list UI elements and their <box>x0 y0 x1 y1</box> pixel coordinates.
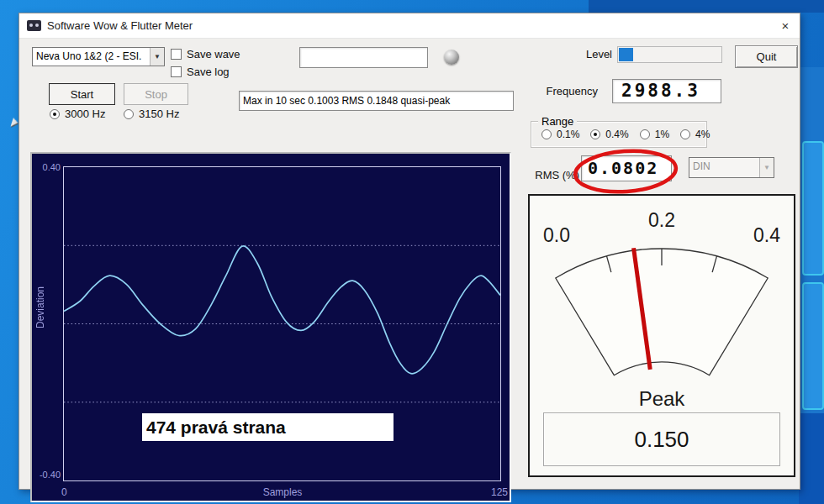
save-log-row: Save log <box>171 66 230 78</box>
weighting-select[interactable]: DIN ▼ <box>689 157 774 178</box>
range-1-label: 1% <box>655 129 669 140</box>
radio-range-0.1[interactable] <box>541 129 552 139</box>
background-window-edge <box>799 413 824 504</box>
save-wave-checkbox[interactable] <box>171 49 182 60</box>
radio-3150hz-label: 3150 Hz <box>139 108 179 120</box>
radio-3000hz-label: 3000 Hz <box>65 108 105 120</box>
window-title: Software Wow & Flutter Meter <box>47 19 193 32</box>
y-axis-title: Deviation <box>34 286 46 328</box>
peak-label: Peak <box>530 387 794 411</box>
level-label: Level <box>562 48 612 60</box>
radio-3000hz[interactable] <box>50 109 60 119</box>
range-option-row: 0.1% <box>541 129 579 140</box>
range-option-row: 0.4% <box>590 129 628 140</box>
level-progress-fill <box>619 48 633 61</box>
chart-annotation: 474 pravá strana <box>142 413 394 441</box>
rms-label: RMS (%) <box>531 169 579 181</box>
desktop-background: Software Wow & Flutter Meter × Neva Uno … <box>0 0 824 504</box>
y-axis-max-label: 0.40 <box>34 162 61 172</box>
x-axis-min-label: 0 <box>61 486 67 498</box>
peak-value-display: 0.150 <box>543 412 780 466</box>
range-4-label: 4% <box>695 129 710 140</box>
frequency-display: 2988.3 <box>612 79 721 103</box>
device-select[interactable]: Neva Uno 1&2 (2 - ESI. ▼ <box>32 47 165 66</box>
radio-range-0.4[interactable] <box>590 129 600 139</box>
app-window: Software Wow & Flutter Meter × Neva Uno … <box>18 13 800 490</box>
start-button[interactable]: Start <box>49 83 115 105</box>
save-wave-label: Save wave <box>187 48 240 60</box>
background-window-edge <box>589 0 824 13</box>
save-wave-row: Save wave <box>171 48 240 60</box>
range-0.4-label: 0.4% <box>605 129 628 140</box>
meter-dial <box>530 196 794 391</box>
cassette-icon <box>27 20 41 31</box>
stop-button[interactable]: Stop <box>124 83 188 105</box>
range-option-row: 1% <box>640 129 669 140</box>
frequency-label: Frequency <box>531 85 598 97</box>
save-log-checkbox[interactable] <box>171 66 182 77</box>
status-led-indicator <box>444 50 459 65</box>
rms-display: 0.0802 <box>581 155 672 181</box>
device-select-value: Neva Uno 1&2 (2 - ESI. <box>33 48 150 66</box>
weighting-select-value: DIN <box>689 158 759 177</box>
x-axis-title: Samples <box>249 486 316 498</box>
range-group: Range 0.1% 0.4% 1% <box>531 121 707 148</box>
background-window-tile <box>802 282 824 410</box>
title-bar: Software Wow & Flutter Meter × <box>19 13 800 39</box>
quit-button[interactable]: Quit <box>735 45 798 68</box>
analog-meter-panel: 0.0 0.2 0.4 Peak 0.150 <box>528 194 795 477</box>
level-progressbar <box>617 46 722 63</box>
freq-3150-row: 3150 Hz <box>124 108 179 120</box>
radio-range-4[interactable] <box>680 129 690 139</box>
wave-name-input[interactable] <box>299 47 428 68</box>
radio-3150hz[interactable] <box>124 109 134 119</box>
range-group-label: Range <box>538 115 577 128</box>
chevron-down-icon[interactable]: ▼ <box>150 48 164 66</box>
save-log-label: Save log <box>187 66 230 78</box>
chevron-down-icon: ▼ <box>759 158 774 177</box>
x-axis-max-label: 125 <box>481 486 508 498</box>
radio-range-1[interactable] <box>640 129 650 139</box>
deviation-chart: 0.40 -0.40 Deviation 0 Samples 125 474 p… <box>30 152 511 502</box>
background-window-tile <box>802 141 824 276</box>
client-area: Neva Uno 1&2 (2 - ESI. ▼ Save wave Save … <box>19 39 800 489</box>
range-0.1-label: 0.1% <box>557 129 579 140</box>
range-option-row: 4% <box>680 129 710 140</box>
freq-3000-row: 3000 Hz <box>50 108 105 120</box>
status-message: Max in 10 sec 0.1003 RMS 0.1848 quasi-pe… <box>239 91 514 111</box>
close-button[interactable]: × <box>771 13 800 39</box>
y-axis-min-label: -0.40 <box>32 470 61 480</box>
